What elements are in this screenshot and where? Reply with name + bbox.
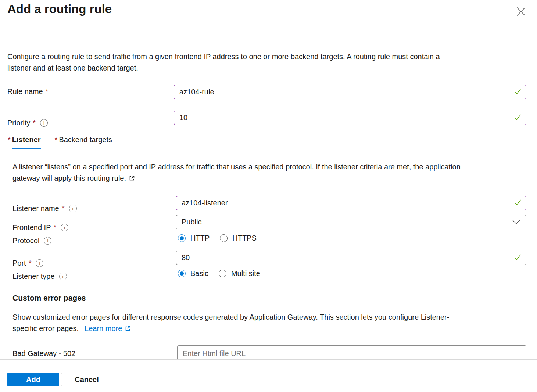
- protocol-https-option[interactable]: HTTPS: [220, 234, 257, 242]
- listener-name-input[interactable]: [176, 196, 526, 210]
- listener-description: A listener “listens” on a specified port…: [12, 161, 527, 185]
- port-input[interactable]: [176, 251, 526, 265]
- protocol-http-label: HTTP: [190, 234, 210, 242]
- bad-gateway-502-label: Bad Gateway - 502: [12, 349, 75, 358]
- tab-backend-targets[interactable]: * Backend targets: [55, 136, 112, 149]
- port-label: Port* i: [12, 259, 43, 267]
- error-pages-line-2: specific error pages.Learn more: [12, 323, 527, 335]
- radio-selected-icon: [178, 270, 186, 277]
- frontend-ip-selected-value: Public: [182, 218, 201, 226]
- radio-unselected-icon: [220, 234, 228, 242]
- add-button[interactable]: Add: [7, 373, 59, 386]
- listener-type-basic-label: Basic: [190, 269, 208, 278]
- tab-listener[interactable]: * Listener: [8, 136, 41, 149]
- cancel-button[interactable]: Cancel: [61, 373, 112, 386]
- custom-error-pages-description: Show customized error pages for differen…: [12, 312, 527, 335]
- priority-label: Priority* i: [7, 119, 48, 127]
- priority-input[interactable]: [174, 111, 526, 125]
- listener-name-label: Listener name* i: [12, 204, 77, 213]
- rule-tabs: * Listener * Backend targets: [8, 136, 112, 149]
- required-marker: *: [29, 259, 32, 267]
- radio-selected-icon: [178, 234, 186, 242]
- listener-type-multisite-option[interactable]: Multi site: [219, 269, 260, 278]
- protocol-http-option[interactable]: HTTP: [178, 234, 210, 242]
- error-pages-line-1: Show customized error pages for differen…: [12, 312, 527, 323]
- info-icon[interactable]: i: [61, 224, 68, 231]
- rule-name-field: [174, 85, 526, 99]
- frontend-ip-label: Frontend IP* i: [12, 223, 68, 232]
- protocol-https-label: HTTPS: [232, 234, 257, 242]
- info-icon[interactable]: i: [59, 273, 67, 280]
- page-title: Add a routing rule: [7, 2, 112, 16]
- required-marker: *: [33, 119, 36, 127]
- protocol-radio-group: HTTP HTTPS: [178, 234, 257, 242]
- bad-gateway-url-input[interactable]: [178, 346, 526, 359]
- intro-line-2: listener and at least one backend target…: [7, 62, 522, 74]
- required-marker: *: [55, 136, 58, 144]
- bad-gateway-url-field: [177, 345, 526, 359]
- listener-description-line-2: gateway will apply this routing rule.: [12, 173, 527, 185]
- info-icon[interactable]: i: [36, 259, 43, 267]
- rule-name-input[interactable]: [174, 85, 526, 99]
- listener-type-radio-group: Basic Multi site: [178, 269, 260, 278]
- listener-type-basic-option[interactable]: Basic: [178, 269, 208, 278]
- listener-description-line-1: A listener “listens” on a specified port…: [12, 161, 527, 173]
- required-marker: *: [62, 204, 65, 213]
- chevron-down-icon: [512, 218, 520, 226]
- port-field: [176, 251, 526, 265]
- dialog-scroll-area: Add a routing rule Configure a routing r…: [0, 0, 537, 359]
- radio-unselected-icon: [219, 270, 226, 277]
- listener-type-label: Listener type i: [12, 272, 67, 281]
- required-marker: *: [8, 136, 11, 144]
- external-link-icon: [125, 324, 131, 335]
- rule-name-label: Rule name*: [7, 87, 49, 96]
- close-icon: [516, 7, 526, 18]
- priority-field: [174, 111, 526, 125]
- custom-error-pages-heading: Custom error pages: [12, 294, 86, 302]
- required-marker: *: [46, 87, 49, 96]
- add-routing-rule-dialog: Add a routing rule Configure a routing r…: [0, 0, 537, 392]
- listener-name-field: [176, 196, 526, 210]
- footer-separator: [0, 359, 537, 360]
- tab-listener-label: Listener: [12, 136, 41, 149]
- listener-type-multisite-label: Multi site: [231, 269, 260, 278]
- required-marker: *: [54, 223, 57, 232]
- tab-backend-targets-label: Backend targets: [59, 136, 112, 148]
- info-icon[interactable]: i: [69, 205, 77, 212]
- intro-line-1: Configure a routing rule to send traffic…: [7, 51, 522, 62]
- intro-description: Configure a routing rule to send traffic…: [7, 51, 522, 74]
- learn-more-link[interactable]: Learn more: [85, 324, 131, 332]
- info-icon[interactable]: i: [40, 119, 48, 127]
- protocol-label: Protocol i: [12, 237, 51, 245]
- close-button[interactable]: [515, 6, 527, 18]
- external-link-icon[interactable]: [129, 173, 135, 185]
- frontend-ip-dropdown[interactable]: Public: [176, 215, 526, 229]
- info-icon[interactable]: i: [44, 237, 51, 245]
